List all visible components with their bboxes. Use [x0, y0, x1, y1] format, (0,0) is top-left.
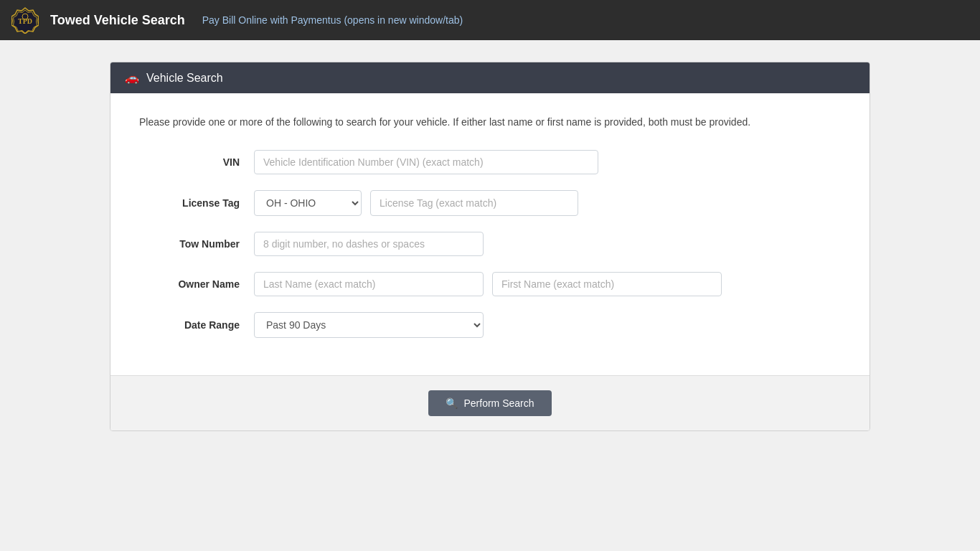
police-badge-logo: TPD: [11, 6, 39, 34]
date-range-controls: Past 90 DaysPast 30 DaysPast 60 DaysPast…: [254, 312, 841, 338]
state-select[interactable]: OH - OHIOAL - ALABAMAAK - ALASKAAZ - ARI…: [254, 190, 362, 216]
vehicle-search-card: 🚗 Vehicle Search Please provide one or m…: [110, 62, 870, 431]
first-name-input[interactable]: [492, 272, 722, 296]
card-body: Please provide one or more of the follow…: [110, 93, 870, 375]
perform-search-button[interactable]: 🔍 Perform Search: [428, 390, 551, 416]
svg-text:TPD: TPD: [18, 17, 32, 25]
search-button-label: Perform Search: [463, 397, 534, 409]
card-footer: 🔍 Perform Search: [110, 375, 870, 430]
date-range-select[interactable]: Past 90 DaysPast 30 DaysPast 60 DaysPast…: [254, 312, 484, 338]
date-range-row: Date Range Past 90 DaysPast 30 DaysPast …: [139, 312, 841, 338]
card-header-title: Vehicle Search: [146, 72, 223, 85]
car-icon: 🚗: [125, 71, 139, 85]
license-tag-label: License Tag: [139, 197, 254, 209]
vin-input[interactable]: [254, 150, 598, 174]
tow-number-controls: [254, 232, 841, 256]
vin-row: VIN: [139, 150, 841, 174]
tow-number-input[interactable]: [254, 232, 484, 256]
tow-number-row: Tow Number: [139, 232, 841, 256]
tow-number-label: Tow Number: [139, 238, 254, 250]
navbar: TPD Towed Vehicle Search Pay Bill Online…: [0, 0, 980, 40]
owner-name-controls: [254, 272, 841, 296]
last-name-input[interactable]: [254, 272, 484, 296]
info-text: Please provide one or more of the follow…: [139, 115, 841, 130]
license-tag-row: License Tag OH - OHIOAL - ALABAMAAK - AL…: [139, 190, 841, 216]
card-header: 🚗 Vehicle Search: [110, 62, 870, 93]
search-icon: 🔍: [446, 397, 458, 409]
license-tag-input[interactable]: [370, 190, 578, 216]
vin-label: VIN: [139, 156, 254, 168]
pay-bill-link[interactable]: Pay Bill Online with Paymentus (opens in…: [202, 14, 463, 26]
main-content: 🚗 Vehicle Search Please provide one or m…: [95, 62, 885, 431]
date-range-label: Date Range: [139, 319, 254, 331]
owner-name-label: Owner Name: [139, 278, 254, 290]
vin-controls: [254, 150, 841, 174]
license-tag-controls: OH - OHIOAL - ALABAMAAK - ALASKAAZ - ARI…: [254, 190, 841, 216]
app-title: Towed Vehicle Search: [50, 13, 185, 28]
owner-name-row: Owner Name: [139, 272, 841, 296]
